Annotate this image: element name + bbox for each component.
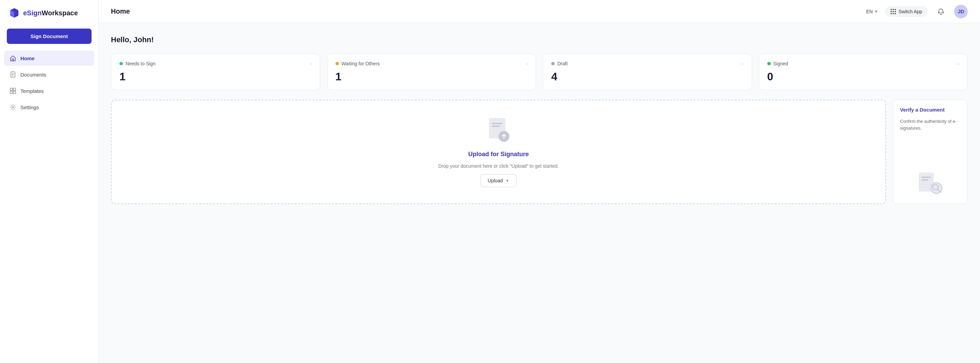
page-title: Home — [111, 8, 130, 15]
stat-card-draft[interactable]: Draft › 4 — [543, 54, 752, 90]
waiting-count: 1 — [336, 70, 528, 83]
waiting-chevron: › — [526, 61, 527, 66]
topbar-right: EN ▼ Switch App — [866, 5, 968, 18]
language-selector[interactable]: EN ▼ — [866, 9, 878, 14]
svg-rect-11 — [13, 91, 16, 94]
sidebar-item-templates-label: Templates — [21, 88, 43, 94]
needs-to-sign-count: 1 — [119, 70, 312, 83]
signed-label: Signed — [773, 61, 788, 66]
sidebar-item-home-label: Home — [21, 56, 35, 61]
waiting-dot — [336, 62, 339, 65]
draft-label: Draft — [557, 61, 568, 66]
user-avatar[interactable]: JD — [954, 5, 968, 18]
templates-icon — [10, 88, 16, 94]
sidebar-item-settings-label: Settings — [21, 104, 39, 110]
svg-rect-8 — [10, 88, 13, 91]
switch-app-label: Switch App — [899, 9, 922, 14]
needs-to-sign-dot — [119, 62, 123, 65]
stat-cards: Needs to Sign › 1 Waiting for Others › 1 — [111, 54, 968, 90]
home-icon — [10, 55, 16, 62]
greeting-text: Hello, John! — [111, 35, 968, 44]
waiting-label: Waiting for Others — [342, 61, 380, 66]
chevron-down-icon: ▼ — [506, 178, 509, 183]
sidebar-item-documents[interactable]: Documents — [4, 67, 94, 82]
logo: eSignWorkspace — [0, 0, 98, 26]
signed-dot — [767, 62, 771, 65]
upload-section: Upload for Signature Drop your document … — [111, 100, 968, 204]
upload-button[interactable]: Upload ▼ — [480, 174, 516, 187]
logo-text: eSignWorkspace — [23, 9, 78, 17]
verify-icon-wrapper — [900, 170, 961, 197]
upload-title: Upload for Signature — [468, 151, 529, 158]
notification-button[interactable] — [934, 5, 947, 18]
draft-dot — [551, 62, 555, 65]
main-content: Home EN ▼ Switch App — [99, 0, 980, 363]
sign-document-button[interactable]: Sign Document — [7, 29, 92, 44]
upload-document-icon — [486, 117, 511, 144]
topbar: Home EN ▼ Switch App — [99, 0, 980, 23]
svg-rect-3 — [12, 59, 14, 61]
documents-icon — [10, 71, 16, 78]
stat-card-signed[interactable]: Signed › 0 — [759, 54, 968, 90]
signed-count: 0 — [767, 70, 959, 83]
grid-icon — [891, 9, 896, 14]
upload-icon-wrapper — [486, 117, 511, 145]
chevron-down-icon: ▼ — [874, 9, 878, 14]
logo-icon — [8, 7, 21, 19]
svg-rect-15 — [492, 126, 500, 127]
language-label: EN — [866, 9, 872, 14]
draft-count: 4 — [551, 70, 743, 83]
switch-app-button[interactable]: Switch App — [885, 6, 928, 17]
settings-icon — [10, 104, 16, 111]
bell-icon — [937, 8, 945, 15]
sidebar-item-home[interactable]: Home — [4, 51, 94, 66]
upload-drop-zone[interactable]: Upload for Signature Drop your document … — [111, 100, 886, 204]
svg-rect-19 — [921, 179, 928, 181]
verify-document-icon — [917, 170, 944, 197]
needs-to-sign-label: Needs to Sign — [126, 61, 156, 66]
upload-subtitle: Drop your document here or click "Upload… — [438, 163, 559, 169]
verify-title: Verify a Document — [900, 107, 961, 113]
svg-rect-10 — [10, 91, 13, 94]
stat-card-needs-to-sign[interactable]: Needs to Sign › 1 — [111, 54, 320, 90]
svg-rect-18 — [921, 177, 931, 178]
sidebar-item-documents-label: Documents — [21, 72, 46, 78]
sidebar: eSignWorkspace Sign Document Home — [0, 0, 99, 363]
page-content: Hello, John! Needs to Sign › 1 — [99, 23, 980, 363]
signed-chevron: › — [958, 61, 959, 66]
sidebar-item-templates[interactable]: Templates — [4, 83, 94, 98]
needs-to-sign-chevron: › — [310, 61, 312, 66]
upload-button-label: Upload — [488, 178, 503, 183]
svg-rect-9 — [13, 88, 16, 91]
sidebar-item-settings[interactable]: Settings — [4, 100, 94, 115]
stat-card-waiting[interactable]: Waiting for Others › 1 — [327, 54, 536, 90]
svg-point-12 — [12, 107, 14, 108]
verify-desc: Confirm the authenticity of e-signatures… — [900, 118, 961, 131]
sidebar-nav: Home Documents — [0, 51, 98, 115]
draft-chevron: › — [742, 61, 743, 66]
svg-rect-14 — [492, 123, 503, 124]
verify-panel: Verify a Document Confirm the authentici… — [893, 100, 968, 204]
